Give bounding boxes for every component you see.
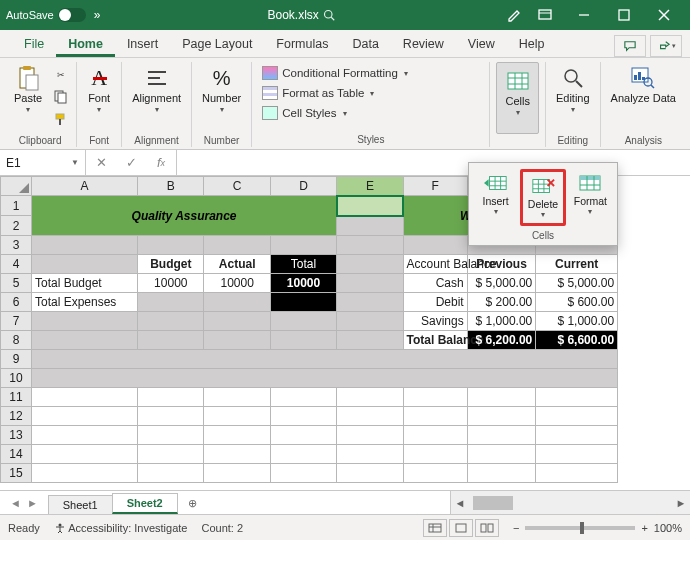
fx-icon[interactable]: fx [146,155,176,170]
zoom-out-button[interactable]: − [513,522,519,534]
cell-D8[interactable] [270,331,336,350]
row-header-15[interactable]: 15 [1,464,32,483]
add-sheet-button[interactable]: ⊕ [177,493,208,514]
col-header-A[interactable]: A [31,177,137,196]
cell-H7[interactable]: $ 1,000.00 [467,312,536,331]
cell-E2[interactable] [337,216,403,236]
cell-D6[interactable] [270,293,336,312]
cells-button[interactable]: Cells ▾ [496,62,538,134]
col-header-D[interactable]: D [270,177,336,196]
cell-A5[interactable]: Total Budget [31,274,137,293]
row-header-1[interactable]: 1 [1,196,32,216]
cell-E7[interactable] [337,312,403,331]
row-header-8[interactable]: 8 [1,331,32,350]
row-header-11[interactable]: 11 [1,388,32,407]
autosave-toggle[interactable]: AutoSave [6,8,86,22]
sheet-tab-2[interactable]: Sheet2 [112,493,178,514]
row-header-14[interactable]: 14 [1,445,32,464]
cell-B3[interactable] [138,236,204,255]
comments-button[interactable] [614,35,646,57]
row-header-10[interactable]: 10 [1,369,32,388]
maximize-button[interactable] [604,0,644,30]
tab-review[interactable]: Review [391,32,456,57]
cell-F8[interactable]: Total Balance: [403,331,467,350]
alignment-button[interactable]: Alignment ▾ [128,62,185,134]
cell-C5[interactable]: 10000 [204,274,270,293]
cell-A6[interactable]: Total Expenses [31,293,137,312]
scroll-left-icon[interactable]: ◄ [451,497,469,509]
format-as-table-button[interactable]: Format as Table▾ [258,84,412,102]
row-header-12[interactable]: 12 [1,407,32,426]
cell-B5[interactable]: 10000 [138,274,204,293]
row-header-5[interactable]: 5 [1,274,32,293]
scroll-thumb[interactable] [473,496,513,510]
cell-E4[interactable] [337,255,403,274]
sheet-tab-1[interactable]: Sheet1 [48,495,113,514]
cell-F6[interactable]: Debit [403,293,467,312]
cell-D3[interactable] [270,236,336,255]
view-pagebreak-icon[interactable] [475,519,499,537]
cell-B6[interactable] [138,293,204,312]
autosave-switch[interactable] [58,8,86,22]
cell-D4[interactable]: Total [270,255,336,274]
search-icon[interactable] [323,9,335,21]
row-header-7[interactable]: 7 [1,312,32,331]
cut-icon[interactable]: ✂ [52,66,70,84]
close-button[interactable] [644,0,684,30]
analyze-data-button[interactable]: Analyze Data [607,62,680,134]
cell-I7[interactable]: $ 1,000.00 [536,312,618,331]
cell-A7[interactable] [31,312,137,331]
zoom-slider[interactable] [525,526,635,530]
zoom-in-button[interactable]: + [641,522,647,534]
row-10[interactable] [31,369,617,388]
ribbon-display-icon[interactable] [532,7,558,23]
cell-C6[interactable] [204,293,270,312]
pen-icon[interactable] [502,7,528,23]
cell-E8[interactable] [337,331,403,350]
editing-button[interactable]: Editing ▾ [552,62,594,134]
cell-A4[interactable] [31,255,137,274]
conditional-formatting-button[interactable]: Conditional Formatting▾ [258,64,412,82]
cell-F4[interactable]: Account Balance [403,255,467,274]
accessibility-status[interactable]: Accessibility: Investigate [54,522,188,534]
h-scrollbar[interactable]: ◄ ► [450,491,690,514]
tab-home[interactable]: Home [56,32,115,57]
tab-file[interactable]: File [12,32,56,57]
tab-pagelayout[interactable]: Page Layout [170,32,264,57]
name-box[interactable]: E1▼ [0,150,86,175]
delete-cells-button[interactable]: Delete ▾ [520,169,565,226]
cell-D7[interactable] [270,312,336,331]
row-header-4[interactable]: 4 [1,255,32,274]
title-left[interactable]: Quality Assurance [31,196,336,236]
row-header-13[interactable]: 13 [1,426,32,445]
cell-E5[interactable] [337,274,403,293]
cancel-formula-icon[interactable]: ✕ [86,155,116,170]
cell-B7[interactable] [138,312,204,331]
enter-formula-icon[interactable]: ✓ [116,155,146,170]
cell-F7[interactable]: Savings [403,312,467,331]
cell-F3[interactable] [403,236,467,255]
sheet-nav-next[interactable]: ► [27,497,38,509]
cell-C3[interactable] [204,236,270,255]
cell-I6[interactable]: $ 600.00 [536,293,618,312]
cell-H8[interactable]: $ 6,200.00 [467,331,536,350]
select-all[interactable] [1,177,32,196]
cell-B4[interactable]: Budget [138,255,204,274]
cell-B8[interactable] [138,331,204,350]
cell-E1[interactable] [337,196,403,216]
cell-H4[interactable]: Previous [467,255,536,274]
sheet-nav-prev[interactable]: ◄ [10,497,21,509]
tab-insert[interactable]: Insert [115,32,170,57]
cell-E3[interactable] [337,236,403,255]
cell-I5[interactable]: $ 5,000.00 [536,274,618,293]
cell-A8[interactable] [31,331,137,350]
cell-A3[interactable] [31,236,137,255]
insert-cells-button[interactable]: Insert ▾ [473,169,518,226]
qat-overflow[interactable]: » [94,8,101,22]
tab-formulas[interactable]: Formulas [264,32,340,57]
cell-E6[interactable] [337,293,403,312]
scroll-right-icon[interactable]: ► [672,497,690,509]
col-header-B[interactable]: B [138,177,204,196]
col-header-F[interactable]: F [403,177,467,196]
minimize-button[interactable] [564,0,604,30]
